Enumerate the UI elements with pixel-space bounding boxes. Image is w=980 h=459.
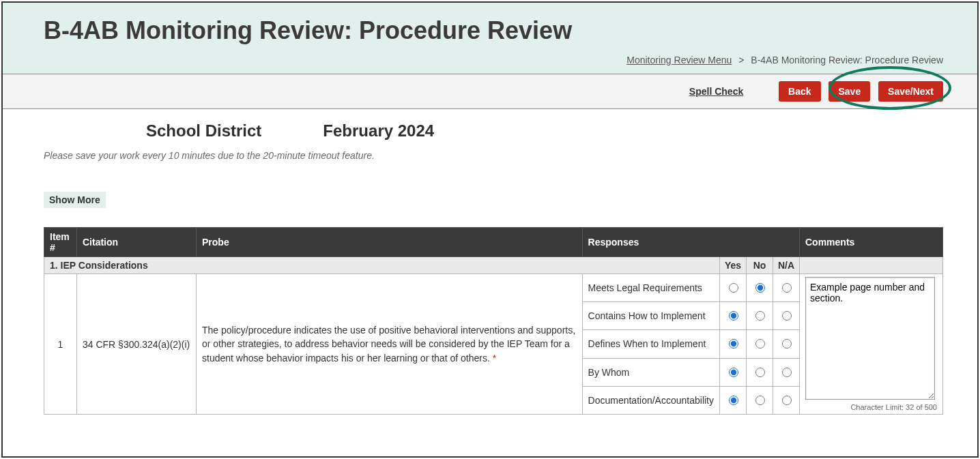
save-reminder-note: Please save your work every 10 minutes d… — [44, 150, 943, 161]
th-yes: Yes — [720, 257, 747, 274]
comments-subheader-blank — [800, 257, 943, 274]
citation-cell: 34 CFR §300.324(a)(2)(i) — [77, 274, 197, 415]
response-label-1: Contains How to Implement — [582, 302, 719, 330]
th-citation: Citation — [77, 228, 197, 257]
response-label-2: Defines When to Implement — [582, 330, 719, 358]
response-label-3: By Whom — [582, 358, 719, 386]
spell-check-link[interactable]: Spell Check — [689, 86, 743, 97]
show-more-button[interactable]: Show More — [44, 192, 106, 208]
response-2-yes-radio[interactable] — [729, 339, 738, 349]
probe-text: The policy/procedure indicates the use o… — [202, 325, 575, 364]
faded-placeholder-text — [44, 166, 943, 177]
item-number-cell: 1 — [44, 274, 77, 415]
period-label: February 2024 — [323, 121, 434, 140]
review-table: Item # Citation Probe Responses Comments… — [44, 227, 943, 415]
save-next-button[interactable]: Save/Next — [878, 81, 943, 102]
response-2-na-radio[interactable] — [782, 339, 792, 349]
th-comments: Comments — [800, 228, 943, 257]
comments-cell: Character Limit: 32 of 500 — [800, 274, 943, 415]
section-label: 1. IEP Considerations — [44, 257, 720, 274]
probe-cell: The policy/procedure indicates the use o… — [197, 274, 583, 415]
comments-textarea[interactable] — [805, 277, 935, 400]
breadcrumb: Monitoring Review Menu > B-4AB Monitorin… — [44, 55, 943, 65]
th-no: No — [747, 257, 773, 274]
response-3-na-radio[interactable] — [782, 368, 792, 377]
response-1-no-radio[interactable] — [755, 311, 765, 321]
subhead-row: School District February 2024 — [44, 121, 943, 140]
th-item: Item # — [44, 228, 77, 257]
response-label-0: Meets Legal Requirements — [582, 274, 719, 302]
response-1-na-radio[interactable] — [782, 311, 792, 321]
response-2-no-radio[interactable] — [755, 339, 765, 349]
header-band: B-4AB Monitoring Review: Procedure Revie… — [3, 3, 977, 74]
response-3-no-radio[interactable] — [755, 368, 765, 377]
th-probe: Probe — [197, 228, 583, 257]
char-limit-label: Character Limit: 32 of 500 — [805, 403, 937, 411]
response-3-yes-radio[interactable] — [729, 368, 738, 377]
response-4-no-radio[interactable] — [755, 396, 765, 405]
required-asterisk: * — [493, 353, 496, 364]
response-4-na-radio[interactable] — [782, 396, 792, 405]
response-0-na-radio[interactable] — [782, 283, 792, 293]
breadcrumb-current: B-4AB Monitoring Review: Procedure Revie… — [751, 55, 943, 65]
school-district-label: School District — [146, 121, 261, 140]
response-label-4: Documentation/Accountability — [582, 386, 719, 414]
response-0-yes-radio[interactable] — [729, 283, 738, 293]
response-1-yes-radio[interactable] — [729, 311, 738, 321]
toolbar: Spell Check Back Save Save/Next — [3, 74, 977, 109]
response-4-yes-radio[interactable] — [729, 396, 738, 405]
back-button[interactable]: Back — [779, 81, 820, 102]
th-responses: Responses — [582, 228, 799, 257]
response-0-no-radio[interactable] — [755, 283, 765, 293]
breadcrumb-separator: > — [738, 55, 744, 65]
page-title: B-4AB Monitoring Review: Procedure Revie… — [44, 16, 943, 45]
breadcrumb-link[interactable]: Monitoring Review Menu — [626, 55, 732, 65]
th-na: N/A — [773, 257, 800, 274]
save-button[interactable]: Save — [828, 81, 870, 102]
